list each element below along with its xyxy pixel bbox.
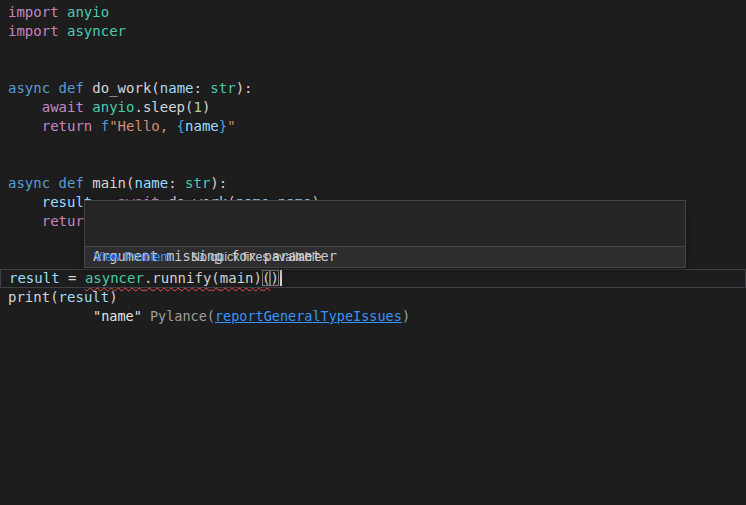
code-token[interactable]: import: [8, 23, 59, 39]
code-line[interactable]: import asyncer: [0, 22, 746, 41]
code-token[interactable]: anyio: [67, 4, 109, 20]
code-token[interactable]: [50, 80, 58, 96]
code-token[interactable]: print: [8, 289, 50, 305]
code-token[interactable]: str: [185, 175, 210, 191]
code-token[interactable]: (: [50, 289, 58, 305]
code-line[interactable]: await anyio.sleep(1): [0, 98, 746, 117]
code-token[interactable]: main: [92, 175, 126, 191]
code-token[interactable]: import: [8, 4, 59, 20]
code-token[interactable]: f: [101, 118, 109, 134]
code-line[interactable]: [0, 41, 746, 60]
diagnostic-message-text: ): [402, 308, 410, 324]
code-token[interactable]: return: [42, 118, 93, 134]
code-token[interactable]: "Hello,: [109, 118, 176, 134]
code-token[interactable]: asyncer: [67, 23, 126, 39]
code-token[interactable]: sleep: [143, 99, 185, 115]
code-token[interactable]: result: [9, 270, 60, 286]
code-token[interactable]: name: [185, 118, 219, 134]
code-token[interactable]: ):: [210, 175, 227, 191]
view-problem-link[interactable]: View Problem: [94, 250, 171, 264]
code-token[interactable]: [8, 213, 42, 229]
code-token[interactable]: [8, 118, 42, 134]
code-token[interactable]: .: [134, 99, 142, 115]
code-token[interactable]: [8, 99, 42, 115]
code-line[interactable]: [0, 155, 746, 174]
code-token[interactable]: [59, 4, 67, 20]
code-token[interactable]: [8, 194, 42, 210]
quick-fix-status: No quick fixes available: [191, 250, 322, 264]
code-token[interactable]: ):: [236, 80, 253, 96]
code-line[interactable]: [0, 136, 746, 155]
diagnostic-message-text: Pylance(: [142, 308, 215, 324]
code-token[interactable]: def: [59, 80, 84, 96]
code-token[interactable]: [50, 175, 58, 191]
code-token[interactable]: name: [160, 80, 194, 96]
code-token[interactable]: async: [8, 175, 50, 191]
diagnostic-message-text: "name": [93, 308, 142, 324]
code-token[interactable]: def: [59, 175, 84, 191]
code-token[interactable]: [59, 23, 67, 39]
diagnostic-rule-link[interactable]: reportGeneralTypeIssues: [215, 308, 402, 324]
code-line[interactable]: async def main(name: str):: [0, 174, 746, 193]
code-token[interactable]: await: [42, 99, 84, 115]
code-token[interactable]: }: [219, 118, 227, 134]
code-token[interactable]: (: [151, 80, 159, 96]
code-token[interactable]: {: [177, 118, 185, 134]
diagnostic-message: Argument missing for parameter "name" Py…: [85, 201, 685, 246]
code-token[interactable]: anyio: [92, 99, 134, 115]
code-editor[interactable]: import anyioimport asyncerasync def do_w…: [0, 0, 746, 505]
code-token[interactable]: :: [194, 80, 211, 96]
code-line[interactable]: return f"Hello, {name}": [0, 117, 746, 136]
code-token[interactable]: [92, 118, 100, 134]
code-line[interactable]: async def do_work(name: str):: [0, 79, 746, 98]
code-token[interactable]: async: [8, 80, 50, 96]
code-token[interactable]: ": [227, 118, 235, 134]
code-token[interactable]: :: [168, 175, 185, 191]
code-token[interactable]: str: [210, 80, 235, 96]
code-token[interactable]: (: [185, 99, 193, 115]
diagnostic-message-line2: "name" Pylance(reportGeneralTypeIssues): [93, 306, 677, 326]
code-token[interactable]: =: [60, 270, 85, 286]
code-token[interactable]: name: [134, 175, 168, 191]
diagnostic-hover-tooltip: Argument missing for parameter "name" Py…: [84, 200, 686, 268]
code-token[interactable]: do_work: [92, 80, 151, 96]
code-line[interactable]: import anyio: [0, 3, 746, 22]
code-line[interactable]: [0, 60, 746, 79]
code-token[interactable]: ): [202, 99, 210, 115]
code-token[interactable]: 1: [194, 99, 202, 115]
